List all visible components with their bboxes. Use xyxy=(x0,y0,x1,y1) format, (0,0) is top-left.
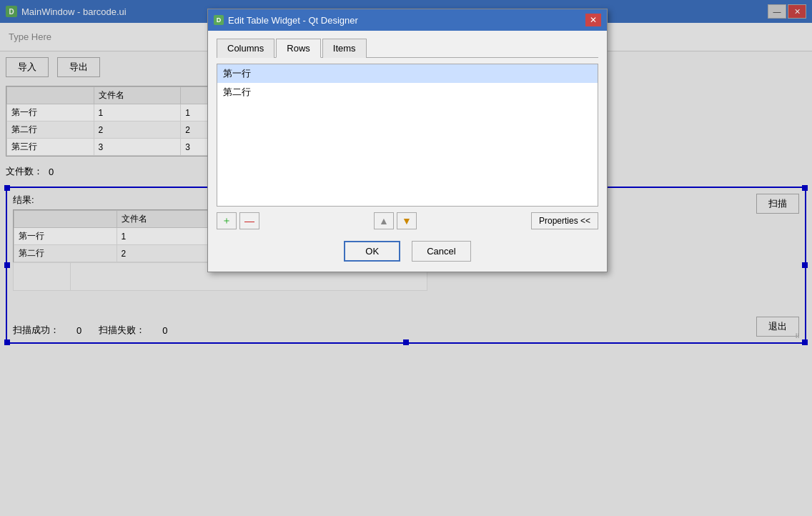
edit-table-dialog: D Edit Table Widget - Qt Designer ✕ Colu… xyxy=(207,9,608,272)
dialog-body: Columns Rows Items 第一行 第二行 ＋ — ▲ ▼ P xyxy=(208,31,607,272)
remove-row-button[interactable]: — xyxy=(239,212,259,229)
move-up-button[interactable]: ▲ xyxy=(374,212,394,229)
list-item-row1[interactable]: 第一行 xyxy=(217,64,598,83)
list-item-row2[interactable]: 第二行 xyxy=(217,83,598,101)
move-down-button[interactable]: ▼ xyxy=(397,212,417,229)
dialog-toolbar: ＋ — ▲ ▼ Properties << xyxy=(217,212,598,229)
ok-button[interactable]: OK xyxy=(344,241,400,262)
up-arrow-icon: ▲ xyxy=(379,215,389,227)
dialog-title: Edit Table Widget - Qt Designer xyxy=(228,15,581,26)
dialog-icon: D xyxy=(214,15,224,25)
tab-columns[interactable]: Columns xyxy=(217,39,274,58)
rows-list-box[interactable]: 第一行 第二行 xyxy=(217,64,598,207)
tab-rows[interactable]: Rows xyxy=(276,39,321,58)
dialog-footer: OK Cancel xyxy=(217,235,598,264)
dialog-titlebar: D Edit Table Widget - Qt Designer ✕ xyxy=(208,9,607,31)
cancel-button[interactable]: Cancel xyxy=(412,241,470,262)
tab-bar: Columns Rows Items xyxy=(217,38,598,58)
tab-items[interactable]: Items xyxy=(322,39,367,58)
down-arrow-icon: ▼ xyxy=(402,215,412,227)
dialog-close-button[interactable]: ✕ xyxy=(585,14,601,26)
add-icon: ＋ xyxy=(222,214,232,227)
remove-icon: — xyxy=(244,215,254,227)
add-row-button[interactable]: ＋ xyxy=(217,212,237,229)
properties-button[interactable]: Properties << xyxy=(531,212,598,229)
